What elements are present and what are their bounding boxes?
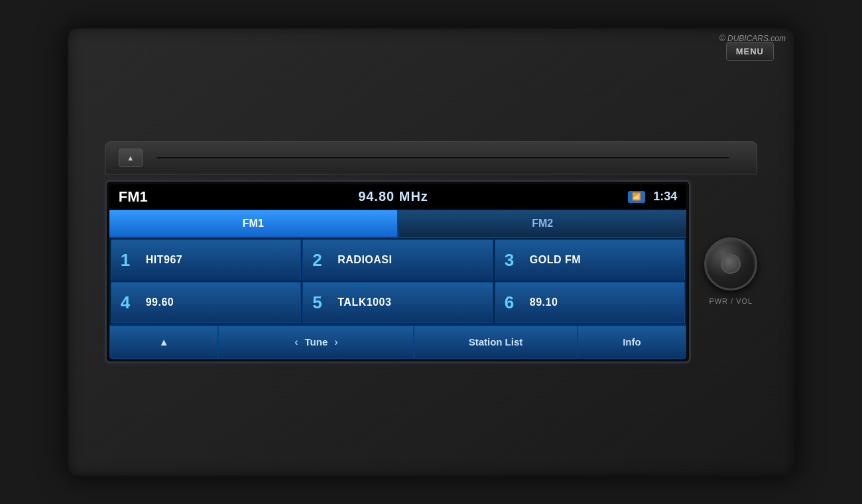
tab-fm1[interactable]: FM1 [109,210,397,237]
presets-grid: 1 HIT967 2 RADIOASI 3 GOLD FM 4 99.60 [109,238,687,324]
preset-number-2: 2 [312,251,331,269]
time-display: 1:34 [653,190,677,204]
screen-container: FM1 94.80 MHz 📶 1:34 FM1 FM2 [105,180,692,363]
preset-number-4: 4 [121,294,139,311]
pwr-vol-label: PWR / VOL [709,297,753,305]
preset-2[interactable]: 2 RADIOASI [302,239,493,281]
preset-name-4: 99.60 [146,296,174,308]
up-arrow-button[interactable]: ▲ [109,326,219,359]
bluetooth-icon: 📶 [628,191,645,203]
tune-left-arrow: ‹ [294,336,298,348]
car-radio-unit: © DUBICARS.com ▲ FM1 94.80 MHz 📶 1:34 [66,27,796,477]
preset-number-3: 3 [505,251,523,269]
unit-body: FM1 94.80 MHz 📶 1:34 FM1 FM2 [105,180,758,363]
screen: FM1 94.80 MHz 📶 1:34 FM1 FM2 [109,184,687,359]
top-strip: ▲ [105,141,758,174]
preset-number-6: 6 [505,294,523,311]
preset-6[interactable]: 6 89.10 [495,282,686,323]
pwr-vol-knob[interactable] [704,237,757,290]
tune-control[interactable]: ‹ Tune › [218,326,414,359]
preset-1[interactable]: 1 HIT967 [111,239,302,281]
screen-header: FM1 94.80 MHz 📶 1:34 [109,184,687,210]
menu-button[interactable]: MENU [726,42,774,61]
preset-name-3: GOLD FM [530,254,581,266]
knob-inner [721,254,741,274]
preset-4[interactable]: 4 99.60 [111,282,302,323]
preset-name-1: HIT967 [146,254,182,266]
preset-name-2: RADIOASI [338,254,392,266]
info-button[interactable]: Info [578,326,687,359]
tune-label: Tune [305,336,328,347]
station-list-button[interactable]: Station List [414,326,577,359]
preset-number-5: 5 [312,294,331,311]
preset-name-6: 89.10 [530,296,558,308]
bluetooth-symbol: 📶 [632,192,641,201]
cd-slot [156,157,731,159]
right-controls: PWR / VOL [704,237,757,305]
fm-label: FM1 [119,188,158,206]
tabs-row: FM1 FM2 [109,210,687,238]
preset-3[interactable]: 3 GOLD FM [495,239,686,281]
tune-right-arrow: › [334,336,338,348]
preset-name-5: TALK1003 [338,296,391,308]
preset-number-1: 1 [121,251,139,269]
bottom-controls: ▲ ‹ Tune › Station List Info [109,324,687,359]
tab-fm2[interactable]: FM2 [399,210,686,237]
frequency-display: 94.80 MHz [158,189,629,204]
eject-button[interactable]: ▲ [119,149,143,167]
preset-5[interactable]: 5 TALK1003 [302,282,493,323]
